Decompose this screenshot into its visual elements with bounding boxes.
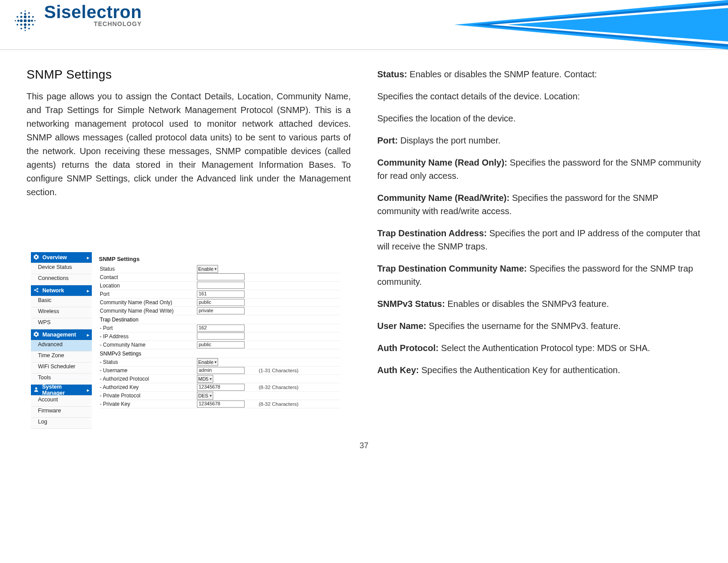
input-community-name-read-only-[interactable]: public bbox=[197, 299, 245, 306]
sidebar-item-tools[interactable]: Tools bbox=[31, 374, 92, 385]
sidebar-header-label: Overview bbox=[42, 254, 67, 261]
svg-point-24 bbox=[28, 28, 30, 30]
input--authorized-key[interactable]: 12345678 bbox=[197, 384, 245, 391]
svg-point-7 bbox=[24, 15, 26, 18]
sidebar-item-wireless[interactable]: Wireless bbox=[31, 307, 92, 318]
svg-point-15 bbox=[20, 23, 23, 26]
field-row: - Private ProtocolDES▾ bbox=[99, 392, 340, 400]
definition-item: SNMPv3 Status: Enables or disables the S… bbox=[377, 297, 702, 310]
sidebar-header-management[interactable]: Management▸ bbox=[31, 329, 92, 340]
definition-body: Specifies the location of the device. bbox=[377, 113, 516, 123]
brand-name: Siselectron bbox=[44, 3, 142, 21]
share-icon bbox=[34, 287, 40, 294]
field-row: - IP Address bbox=[99, 333, 340, 341]
sidebar-item-advanced[interactable]: Advanced bbox=[31, 340, 92, 351]
definition-body: Enables or disables the SNMP feature. Co… bbox=[410, 69, 597, 79]
definition-item: Auth Protocol: Select the Authentication… bbox=[377, 341, 702, 355]
sidebar-header-network[interactable]: Network▸ bbox=[31, 285, 92, 296]
svg-point-4 bbox=[24, 19, 27, 23]
definition-item: Community Name (Read/Write): Specifies t… bbox=[377, 191, 702, 218]
select--private-protocol[interactable]: DES▾ bbox=[197, 392, 213, 400]
input-port[interactable]: 161 bbox=[197, 291, 245, 298]
select-status[interactable]: Enable▾ bbox=[197, 265, 218, 273]
definition-item: Specifies the location of the device. bbox=[377, 112, 702, 125]
svg-point-25 bbox=[15, 20, 16, 22]
sidebar-item-log[interactable]: Log bbox=[31, 418, 92, 429]
field-row: Community Name (Read Only)public bbox=[99, 299, 340, 307]
input--community-name[interactable]: public bbox=[197, 341, 245, 348]
svg-point-16 bbox=[28, 23, 30, 26]
definition-item: Trap Destination Address: Specifies the … bbox=[377, 227, 702, 253]
input--ip-address[interactable] bbox=[197, 333, 245, 340]
sidebar-header-system-manager[interactable]: System Manager▸ bbox=[31, 385, 92, 396]
chevron-right-icon: ▸ bbox=[87, 388, 89, 393]
definition-body: Enables or disables the SNMPv3 feature. bbox=[447, 299, 609, 309]
field-row: Contact bbox=[99, 273, 340, 282]
input--port[interactable]: 162 bbox=[197, 325, 245, 332]
field-row: StatusEnable▾ bbox=[99, 265, 340, 273]
sidebar-item-time-zone[interactable]: Time Zone bbox=[31, 351, 92, 363]
field-label: - Private Key bbox=[99, 401, 197, 407]
definition-item: Port: Displays the port number. bbox=[377, 134, 702, 147]
svg-point-32 bbox=[35, 387, 38, 389]
field-label: Status bbox=[99, 266, 197, 272]
field-label: - Username bbox=[99, 367, 197, 374]
definition-item: User Name: Specifies the username for th… bbox=[377, 319, 702, 333]
sidebar-header-overview[interactable]: Overview▸ bbox=[31, 252, 92, 263]
field-row: - Community Namepublic bbox=[99, 341, 340, 349]
definition-term: Auth Key: bbox=[377, 365, 422, 375]
field-row: - Usernameadmin(1-31 Characters) bbox=[99, 367, 340, 375]
field-label: - IP Address bbox=[99, 333, 197, 340]
definition-body: Specifies the username for the SNMPv3. f… bbox=[429, 321, 621, 331]
field-row: - StatusEnable▾ bbox=[99, 358, 340, 367]
header-banner: Siselectron TECHNOLOGY bbox=[0, 0, 728, 50]
sidebar-item-wps[interactable]: WPS bbox=[31, 318, 92, 329]
definition-term: Community Name (Read/Write): bbox=[377, 193, 512, 203]
definition-body: Specifies the contact details of the dev… bbox=[377, 91, 580, 101]
field-label: Community Name (Read Only) bbox=[99, 299, 197, 306]
sidebar-item-connections[interactable]: Connections bbox=[31, 274, 92, 285]
svg-point-13 bbox=[20, 16, 23, 18]
sidebar-item-basic[interactable]: Basic bbox=[31, 296, 92, 307]
definition-body: Select the Authentication Protocol type:… bbox=[441, 343, 650, 353]
field-label: Contact bbox=[99, 274, 197, 280]
definition-term: Status: bbox=[377, 69, 410, 79]
input-community-name-read-write-[interactable]: private bbox=[197, 307, 245, 314]
sidebar-item-firmware[interactable]: Firmware bbox=[31, 407, 92, 418]
field-row: - Private Key12345678(8-32 Characters) bbox=[99, 400, 340, 408]
svg-point-19 bbox=[17, 24, 19, 26]
chevron-right-icon: ▸ bbox=[87, 288, 89, 293]
select--authorized-protocol[interactable]: MD5▾ bbox=[197, 375, 213, 383]
definition-term: Trap Destination Community Name: bbox=[377, 264, 530, 273]
sidebar-item-account[interactable]: Account bbox=[31, 396, 92, 407]
definition-item: Trap Destination Community Name: Specifi… bbox=[377, 262, 702, 288]
sidebar-item-wifi-scheduler[interactable]: WiFi Scheduler bbox=[31, 363, 92, 374]
field-hint: (1-31 Characters) bbox=[250, 368, 298, 373]
definition-body: Specifies the Authentication Key for aut… bbox=[422, 365, 620, 375]
definition-item: Auth Key: Specifies the Authentication K… bbox=[377, 363, 702, 377]
field-label: Community Name (Read Write) bbox=[99, 308, 197, 314]
input--username[interactable]: admin bbox=[197, 367, 245, 374]
page-title: SNMP Settings bbox=[26, 68, 351, 82]
intro-paragraph: This page allows you to assign the Conta… bbox=[26, 90, 351, 199]
field-label: Location bbox=[99, 283, 197, 289]
input-contact[interactable] bbox=[197, 273, 245, 280]
select--status[interactable]: Enable▾ bbox=[197, 358, 218, 366]
svg-point-8 bbox=[24, 23, 26, 26]
definition-term: SNMPv3 Status: bbox=[377, 299, 448, 309]
banner-graphic bbox=[454, 0, 728, 49]
input--private-key[interactable]: 12345678 bbox=[197, 401, 245, 408]
group-trap-destination: Trap Destination bbox=[99, 315, 340, 324]
svg-point-6 bbox=[28, 19, 30, 22]
gear-icon bbox=[34, 254, 40, 261]
definition-body: Displays the port number. bbox=[400, 136, 501, 145]
gear-icon bbox=[34, 332, 40, 338]
svg-point-28 bbox=[25, 30, 26, 31]
svg-point-23 bbox=[20, 28, 22, 30]
definitions-column: Status: Enables or disables the SNMP fea… bbox=[377, 68, 702, 429]
sidebar-item-device-status[interactable]: Device Status bbox=[31, 263, 92, 274]
field-row: Community Name (Read Write)private bbox=[99, 307, 340, 315]
svg-point-30 bbox=[37, 288, 38, 289]
input-location[interactable] bbox=[197, 282, 245, 289]
caret-down-icon: ▾ bbox=[210, 377, 212, 381]
